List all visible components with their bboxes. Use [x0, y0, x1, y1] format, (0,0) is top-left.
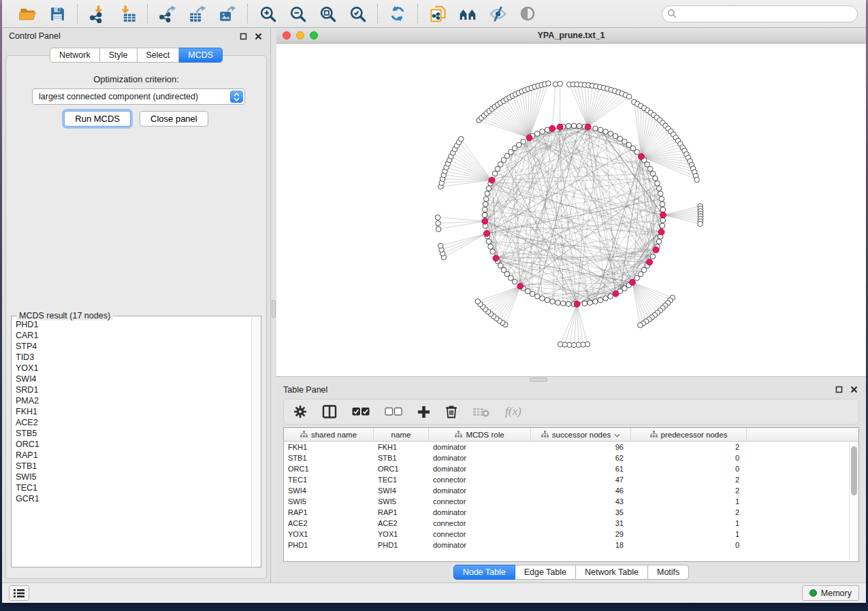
- table-scrollbar[interactable]: [849, 443, 858, 560]
- delete-table-icon: [472, 406, 490, 418]
- horizontal-splitter[interactable]: [276, 376, 866, 382]
- refresh-button[interactable]: [385, 3, 411, 24]
- delete-row-button[interactable]: [445, 405, 457, 418]
- select-all-button[interactable]: [352, 407, 370, 416]
- mcds-result-list[interactable]: PHD1CAR1STP4TID3YOX1SWI4SRD1PMA2FKH1ACE2…: [16, 319, 250, 565]
- table-row[interactable]: PHD1PHD1dominator180: [284, 540, 858, 550]
- mcds-result-item[interactable]: ORC1: [16, 439, 250, 450]
- task-history-button[interactable]: [9, 585, 29, 601]
- table-row[interactable]: RAP1RAP1dominator352: [284, 507, 858, 518]
- add-row-button[interactable]: [417, 406, 430, 418]
- scrollbar-thumb[interactable]: [851, 446, 857, 495]
- cell-successor_nodes: 18: [531, 541, 631, 549]
- network-graph[interactable]: [276, 44, 865, 376]
- search-field-wrap: [662, 5, 858, 22]
- deselect-all-button[interactable]: [385, 407, 402, 416]
- optimization-criterion-select[interactable]: largest connected component (undirected): [32, 88, 245, 105]
- tab-style[interactable]: Style: [100, 48, 138, 63]
- cell-shared_name: ORC1: [284, 465, 374, 473]
- tab-edge-table[interactable]: Edge Table: [515, 565, 576, 580]
- mcds-result-item[interactable]: CAR1: [16, 330, 250, 341]
- mcds-result-item[interactable]: ACE2: [16, 417, 250, 428]
- mcds-result-item[interactable]: GCR1: [16, 493, 250, 504]
- vertical-splitter[interactable]: [271, 28, 276, 582]
- export-image-button[interactable]: [214, 3, 240, 24]
- mcds-result-item[interactable]: SWI4: [16, 374, 250, 384]
- deselect-all-icon: [385, 407, 402, 416]
- splitter-handle[interactable]: [272, 300, 276, 318]
- table-row[interactable]: SWI4SWI4dominator462: [284, 485, 858, 496]
- network-window-title: YPA_prune.txt_1: [276, 31, 866, 40]
- network-window-titlebar[interactable]: YPA_prune.txt_1: [276, 28, 866, 44]
- column-label: name: [391, 431, 411, 439]
- tab-motifs[interactable]: Motifs: [648, 565, 689, 580]
- mcds-result-item[interactable]: PMA2: [16, 395, 250, 406]
- table-row[interactable]: TEC1TEC1connector472: [284, 474, 858, 485]
- tab-network[interactable]: Network: [50, 48, 100, 63]
- column-header-predecessor_nodes[interactable]: predecessor nodes: [631, 428, 747, 441]
- table-row[interactable]: FKH1FKH1dominator962: [284, 442, 858, 452]
- mcds-result-item[interactable]: YOX1: [16, 363, 250, 374]
- zoom-selected-button[interactable]: [344, 3, 370, 24]
- export-network-button[interactable]: [155, 3, 180, 24]
- column-header-mcds_role[interactable]: MCDS role: [429, 428, 531, 441]
- float-panel-button[interactable]: [833, 384, 844, 395]
- save-session-button[interactable]: [44, 3, 70, 24]
- export-table-button[interactable]: [184, 3, 210, 24]
- mcds-result-item[interactable]: STB5: [16, 428, 250, 439]
- mcds-result-item[interactable]: STP4: [16, 341, 250, 352]
- hide-selected-button[interactable]: [485, 3, 511, 24]
- table-row[interactable]: YOX1YOX1connector291: [284, 529, 858, 540]
- node-table: shared namenameMCDS rolesuccessor nodesp…: [283, 427, 859, 562]
- show-graphics-details-button[interactable]: [515, 3, 541, 24]
- cell-predecessor_nodes: 1: [631, 519, 747, 527]
- close-mcds-panel-button[interactable]: Close panel: [140, 111, 208, 127]
- tab-network-table[interactable]: Network Table: [576, 565, 648, 580]
- close-panel-button[interactable]: [848, 384, 859, 395]
- settings-gear-button[interactable]: [293, 405, 307, 418]
- mcds-result-item[interactable]: PHD1: [16, 319, 250, 330]
- cell-mcds_role: dominator: [429, 454, 531, 462]
- run-mcds-button[interactable]: Run MCDS: [64, 111, 131, 127]
- network-canvas[interactable]: [276, 44, 866, 376]
- mcds-result-item[interactable]: RAP1: [16, 450, 250, 461]
- mcds-result-item[interactable]: TEC1: [16, 482, 250, 493]
- column-header-successor_nodes[interactable]: successor nodes: [531, 428, 631, 441]
- search-input[interactable]: [662, 5, 858, 22]
- mcds-result-item[interactable]: STB1: [16, 461, 250, 472]
- sort-desc-icon: [614, 431, 620, 439]
- float-panel-button[interactable]: [238, 31, 248, 42]
- eye-disabled-icon: [519, 5, 536, 22]
- export-image-icon: [219, 5, 237, 23]
- import-network-button[interactable]: [84, 3, 110, 24]
- tab-select[interactable]: Select: [138, 48, 180, 63]
- network-snapshot-button[interactable]: [425, 3, 451, 24]
- table-row[interactable]: STB1STB1dominator620: [284, 452, 858, 463]
- mcds-result-scrollbar[interactable]: [251, 317, 260, 566]
- tab-node-table[interactable]: Node Table: [453, 565, 515, 580]
- delete-table-button[interactable]: [472, 406, 490, 418]
- mcds-result-item[interactable]: TID3: [16, 352, 250, 363]
- open-file-button[interactable]: [14, 3, 40, 24]
- splitter-handle[interactable]: [530, 378, 547, 382]
- column-label: shared name: [311, 431, 357, 439]
- zoom-in-button[interactable]: [255, 3, 280, 24]
- table-row[interactable]: SWI5SWI5connector431: [284, 496, 858, 507]
- import-table-button[interactable]: [114, 3, 140, 24]
- first-neighbors-button[interactable]: [455, 3, 481, 24]
- zoom-fit-button[interactable]: [315, 3, 340, 24]
- mcds-result-item[interactable]: SWI5: [16, 472, 250, 482]
- table-row[interactable]: ACE2ACE2connector311: [284, 518, 858, 529]
- column-header-name[interactable]: name: [374, 428, 429, 441]
- mcds-result-item[interactable]: SRD1: [16, 384, 250, 395]
- close-panel-button[interactable]: [253, 31, 263, 42]
- table-row[interactable]: ORC1ORC1dominator610: [284, 463, 858, 474]
- memory-button[interactable]: Memory: [802, 585, 859, 601]
- show-columns-button[interactable]: [322, 405, 337, 418]
- column-header-shared_name[interactable]: shared name: [284, 428, 374, 441]
- zoom-out-button[interactable]: [285, 3, 310, 24]
- tree-icon: [300, 431, 308, 439]
- function-builder-button[interactable]: f(x): [505, 405, 521, 418]
- mcds-result-item[interactable]: FKH1: [16, 406, 250, 417]
- tab-mcds[interactable]: MCDS: [179, 48, 223, 63]
